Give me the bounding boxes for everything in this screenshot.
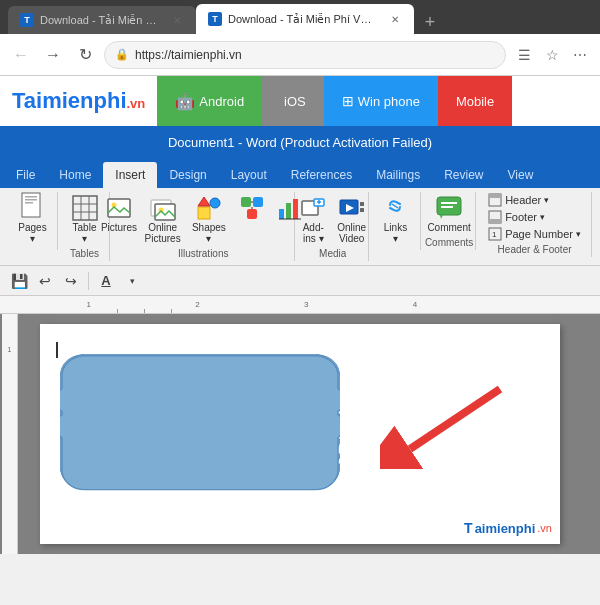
- logo-vn: .vn: [127, 96, 146, 111]
- tab-active[interactable]: T Download - Tải Miễn Phí VN - P... ✕: [196, 4, 414, 34]
- svg-rect-3: [25, 202, 33, 204]
- pages-button[interactable]: Pages ▾: [14, 192, 51, 246]
- comments-group-label: Comments: [425, 237, 473, 248]
- tables-group-label: Tables: [70, 248, 99, 259]
- nav-winphone[interactable]: ⊞ Win phone: [324, 76, 438, 126]
- footer-icon: [488, 210, 502, 224]
- tab-favicon-inactive: T: [20, 13, 34, 27]
- header-button[interactable]: Header ▾: [484, 192, 585, 208]
- media-group-label: Media: [319, 248, 346, 259]
- new-tab-button[interactable]: +: [418, 10, 442, 34]
- svg-rect-14: [198, 207, 210, 219]
- watermark-vn: .vn: [537, 522, 552, 534]
- format-button[interactable]: A: [95, 270, 117, 292]
- windows-icon: ⊞: [342, 93, 354, 109]
- document-page[interactable]: T aimienphi .vn: [40, 324, 560, 544]
- format-arrow[interactable]: ▾: [121, 270, 143, 292]
- shape-container[interactable]: [60, 354, 340, 514]
- website-nav: 🤖 Android iOS ⊞ Win phone Mobile: [157, 76, 600, 126]
- favorites-button[interactable]: ☆: [540, 43, 564, 67]
- footer-button[interactable]: Footer ▾: [484, 209, 585, 225]
- comment-button[interactable]: Comment: [423, 192, 474, 235]
- browser-chrome: T Download - Tải Miễn Phí... ✕ T Downloa…: [0, 0, 600, 76]
- tab-view[interactable]: View: [496, 162, 546, 188]
- back-button[interactable]: ←: [8, 42, 34, 68]
- shapes-button[interactable]: Shapes ▾: [185, 192, 232, 246]
- nav-mobile-label: Mobile: [456, 94, 494, 109]
- svg-rect-35: [441, 206, 453, 208]
- nav-mobile[interactable]: Mobile: [438, 76, 512, 126]
- url-bar[interactable]: 🔒 https://taimienphi.vn: [104, 41, 506, 69]
- ribbon-group-header-footer: Header ▾ Footer ▾ 1 Page Number ▾ Header…: [478, 192, 592, 257]
- tab-favicon-active: T: [208, 12, 222, 26]
- tab-close-inactive[interactable]: ✕: [170, 13, 184, 27]
- svg-rect-38: [489, 194, 501, 198]
- settings-button[interactable]: ⋯: [568, 43, 592, 67]
- svg-marker-36: [440, 215, 443, 219]
- online-video-button[interactable]: OnlineVideo: [333, 192, 370, 246]
- logo-area[interactable]: Taimienphi.vn: [0, 76, 157, 126]
- undo-button[interactable]: ↩: [34, 270, 56, 292]
- online-pictures-label: OnlinePictures: [145, 222, 181, 244]
- footer-arrow: ▾: [540, 212, 545, 222]
- page-number-button[interactable]: 1 Page Number ▾: [484, 226, 585, 242]
- tab-design[interactable]: Design: [157, 162, 218, 188]
- shapes-label: Shapes ▾: [189, 222, 228, 244]
- save-button[interactable]: 💾: [8, 270, 30, 292]
- svg-rect-12: [155, 204, 175, 220]
- watermark: T aimienphi .vn: [464, 520, 552, 536]
- header-icon: [488, 193, 502, 207]
- tab-layout[interactable]: Layout: [219, 162, 279, 188]
- pages-group-items: Pages ▾: [14, 192, 51, 246]
- links-label: Links ▾: [381, 222, 410, 244]
- tab-close-active[interactable]: ✕: [388, 12, 402, 26]
- tab-home[interactable]: Home: [47, 162, 103, 188]
- addins-button[interactable]: Add-ins ▾: [295, 192, 331, 246]
- nav-android[interactable]: 🤖 Android: [157, 76, 262, 126]
- svg-rect-30: [360, 202, 364, 206]
- header-arrow: ▾: [544, 195, 549, 205]
- links-button[interactable]: Links ▾: [377, 192, 414, 246]
- tab-inactive[interactable]: T Download - Tải Miễn Phí... ✕: [8, 6, 196, 34]
- svg-rect-9: [108, 199, 130, 217]
- address-icons: ☰ ☆ ⋯: [512, 43, 592, 67]
- tab-mailings[interactable]: Mailings: [364, 162, 432, 188]
- addins-icon: [299, 194, 327, 222]
- tab-file[interactable]: File: [4, 162, 47, 188]
- tab-review[interactable]: Review: [432, 162, 495, 188]
- svg-text:1: 1: [492, 230, 497, 239]
- illustrations-group-label: Illustrations: [178, 248, 229, 259]
- tab-bar: T Download - Tải Miễn Phí... ✕ T Downloa…: [0, 0, 600, 34]
- hf-items: Header ▾ Footer ▾ 1 Page Number ▾: [484, 192, 585, 242]
- comments-group-items: Comment: [423, 192, 474, 235]
- links-group-items: Links ▾: [377, 192, 414, 246]
- toolbar-divider: [88, 272, 89, 290]
- ribbon-group-comments: Comment Comments: [423, 192, 476, 250]
- arrow-svg: [380, 379, 510, 469]
- table-label: Table ▾: [70, 222, 99, 244]
- ribbon-tabs: File Home Insert Design Layout Reference…: [0, 158, 600, 188]
- comment-label: Comment: [427, 222, 470, 233]
- pictures-button[interactable]: Pictures: [98, 192, 140, 235]
- svg-rect-40: [489, 219, 501, 223]
- forward-button[interactable]: →: [40, 42, 66, 68]
- page-number-icon: 1: [488, 227, 502, 241]
- smartart-button[interactable]: [234, 192, 270, 224]
- android-icon: 🤖: [175, 92, 195, 111]
- nav-ios[interactable]: iOS: [262, 76, 324, 126]
- ribbon-group-media: Add-ins ▾ OnlineVideo Media: [297, 192, 369, 261]
- svg-rect-23: [286, 203, 291, 219]
- online-pictures-button[interactable]: OnlinePictures: [142, 192, 184, 246]
- website-header: Taimienphi.vn 🤖 Android iOS ⊞ Win phone …: [0, 76, 600, 126]
- reload-button[interactable]: ↻: [72, 42, 98, 68]
- tab-references[interactable]: References: [279, 162, 364, 188]
- online-pictures-icon: [149, 194, 177, 222]
- logo-main: Taimienphi: [12, 88, 127, 113]
- tab-insert[interactable]: Insert: [103, 162, 157, 188]
- pages-icon: [19, 194, 47, 222]
- reader-mode-button[interactable]: ☰: [512, 43, 536, 67]
- svg-rect-4: [73, 196, 97, 220]
- text-cursor: [56, 342, 58, 358]
- decorative-shape: [60, 354, 340, 514]
- redo-button[interactable]: ↪: [60, 270, 82, 292]
